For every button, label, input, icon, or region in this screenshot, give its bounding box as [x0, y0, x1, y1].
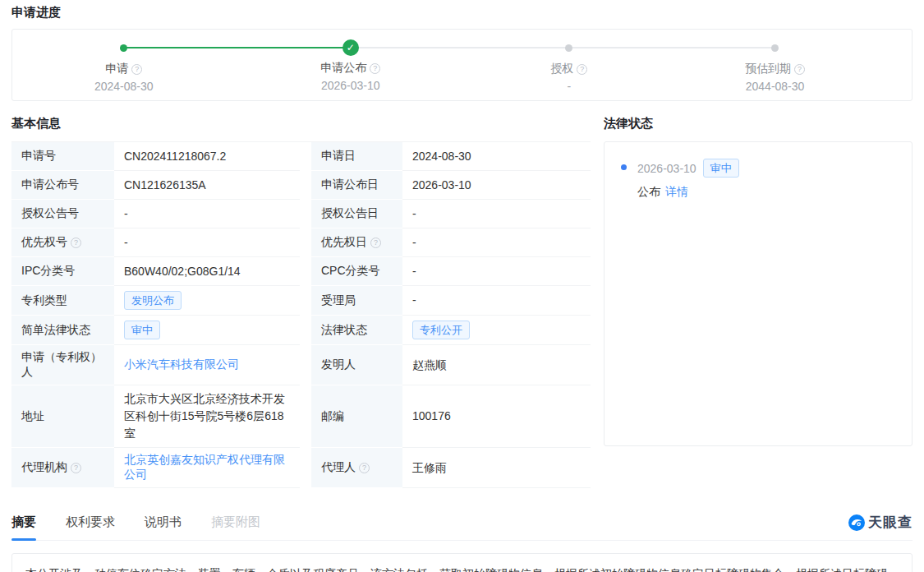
timeline-step-4: 预估到期?2044-08-30: [710, 39, 841, 93]
field-r3c1-value: -: [124, 205, 128, 223]
bullet-dot-icon: [621, 164, 627, 170]
timeline-step-2: ✓申请公布?2026-03-10: [285, 39, 416, 92]
field-r10c1-link[interactable]: 北京英创嘉友知识产权代理有限公司: [124, 453, 290, 482]
table-row: 申请号CN202411218067.2申请日2024-08-30: [11, 142, 591, 171]
brand-name: 天眼查: [868, 513, 913, 532]
field-value-cell: 王修雨: [402, 448, 591, 488]
progress-timeline: 申请?2024-08-30✓申请公布?2026-03-10授权?-预估到期?20…: [11, 29, 913, 101]
field-r7c2-tag[interactable]: 专利公开: [412, 321, 470, 339]
tab-摘要[interactable]: 摘要: [11, 510, 36, 540]
legal-date: 2026-03-10: [637, 162, 696, 175]
legal-event-text: 公布: [637, 185, 660, 198]
tab-bar: 摘要权利要求说明书摘要附图 天眼查: [11, 510, 913, 541]
legal-detail-link[interactable]: 详情: [665, 185, 688, 198]
tab-摘要附图: 摘要附图: [211, 510, 260, 540]
field-label: 申请日: [311, 142, 402, 171]
field-label: 申请公布号: [11, 171, 114, 200]
field-label: 专利类型: [11, 286, 114, 316]
field-label: 邮编: [311, 385, 402, 448]
step-label: 预估到期?: [710, 61, 841, 76]
basic-info-title: 基本信息: [11, 116, 591, 131]
field-r4c1-value: -: [124, 234, 128, 251]
help-icon[interactable]: ?: [359, 463, 370, 473]
table-row: 专利类型发明公布受理局-: [11, 286, 591, 316]
field-label: IPC分类号: [11, 257, 114, 286]
table-row: 地址北京市大兴区北京经济技术开发区科创十街15号院5号楼6层618室邮编1001…: [11, 385, 591, 448]
field-r4c2-value: -: [412, 234, 416, 251]
step-check-icon: ✓: [342, 39, 359, 56]
step-date: -: [503, 80, 635, 93]
field-r5c2-value: -: [412, 263, 416, 280]
field-value-cell: -: [114, 228, 300, 257]
field-label: 优先权号?: [11, 228, 114, 257]
field-value-cell: 100176: [402, 385, 591, 448]
step-date: 2044-08-30: [710, 80, 841, 93]
field-label: 代理机构?: [11, 448, 114, 488]
column-gap: [300, 448, 311, 488]
field-value-cell: 专利公开: [402, 316, 591, 345]
field-r6c1-tag[interactable]: 发明公布: [124, 291, 182, 310]
field-label: 简单法律状态: [11, 316, 114, 345]
column-gap: [300, 171, 311, 200]
column-gap: [300, 200, 311, 228]
tab-说明书[interactable]: 说明书: [145, 510, 182, 540]
column-gap: [300, 142, 311, 171]
field-value-cell: -: [402, 286, 591, 316]
field-r9c2-value: 100176: [412, 408, 451, 425]
column-gap: [300, 385, 311, 448]
field-r1c1-value: CN202411218067.2: [124, 148, 226, 165]
field-label: 法律状态: [311, 316, 402, 345]
field-r8c1-link[interactable]: 小米汽车科技有限公司: [124, 358, 239, 372]
step-label: 申请?: [58, 61, 190, 76]
help-icon[interactable]: ?: [577, 64, 587, 75]
timeline-step-1: 申请?2024-08-30: [58, 39, 190, 93]
timeline-step-3: 授权?-: [503, 39, 635, 93]
field-value-cell: -: [402, 228, 591, 257]
document-section: 摘要权利要求说明书摘要附图 天眼查 本公开涉及一种停车位确定方法、装置、车辆、介…: [11, 510, 913, 572]
field-label: 申请（专利权）人: [11, 345, 114, 385]
field-label: CPC分类号: [311, 257, 402, 286]
help-icon[interactable]: ?: [794, 64, 805, 75]
field-label: 申请号: [11, 142, 114, 171]
field-value-cell: 北京英创嘉友知识产权代理有限公司: [114, 448, 300, 488]
table-row: 授权公告号-授权公告日-: [11, 200, 591, 228]
brand-watermark: 天眼查: [848, 513, 913, 540]
step-dot-icon: [771, 44, 779, 52]
help-icon[interactable]: ?: [370, 63, 380, 74]
column-gap: [300, 228, 311, 257]
legal-status-title: 法律状态: [604, 116, 913, 131]
legal-status-tag[interactable]: 审中: [703, 159, 739, 178]
field-value-cell: -: [402, 257, 591, 286]
column-gap: [300, 286, 311, 316]
field-r9c1-value: 北京市大兴区北京经济技术开发区科创十街15号院5号楼6层618室: [124, 390, 290, 442]
field-label: 发明人: [311, 345, 402, 385]
field-label: 受理局: [311, 286, 402, 316]
field-r7c1-tag[interactable]: 审中: [124, 321, 160, 339]
column-gap: [300, 316, 311, 345]
field-value-cell: 发明公布: [114, 286, 300, 316]
field-r2c1-value: CN121626135A: [124, 177, 206, 194]
help-icon[interactable]: ?: [370, 238, 381, 248]
step-label: 申请公布?: [285, 60, 416, 75]
help-icon[interactable]: ?: [131, 64, 142, 75]
step-dot-icon: [120, 44, 127, 52]
field-value-cell: -: [402, 200, 591, 228]
field-value-cell: 2024-08-30: [402, 142, 591, 171]
patent-detail-page: 申请进度 申请?2024-08-30✓申请公布?2026-03-10授权?-预估…: [0, 0, 924, 572]
table-row: 申请公布号CN121626135A申请公布日2026-03-10: [11, 171, 591, 200]
table-row: 申请（专利权）人小米汽车科技有限公司发明人赵燕顺: [11, 345, 591, 385]
step-dot-icon: [565, 44, 572, 52]
help-icon[interactable]: ?: [71, 238, 81, 248]
field-r1c2-value: 2024-08-30: [412, 148, 471, 165]
table-row: 优先权号?-优先权日?-: [11, 228, 591, 257]
basic-info-table: 申请号CN202411218067.2申请日2024-08-30申请公布号CN1…: [11, 141, 591, 488]
field-value-cell: 审中: [114, 316, 300, 345]
step-label: 授权?: [503, 61, 635, 76]
help-icon[interactable]: ?: [71, 463, 81, 473]
table-row: 简单法律状态审中法律状态专利公开: [11, 316, 591, 345]
field-value-cell: CN202411218067.2: [114, 142, 300, 171]
field-r10c2-value: 王修雨: [412, 459, 447, 477]
field-label: 地址: [11, 385, 114, 448]
tianyancha-logo-icon: [848, 514, 865, 531]
tab-权利要求[interactable]: 权利要求: [66, 510, 115, 540]
